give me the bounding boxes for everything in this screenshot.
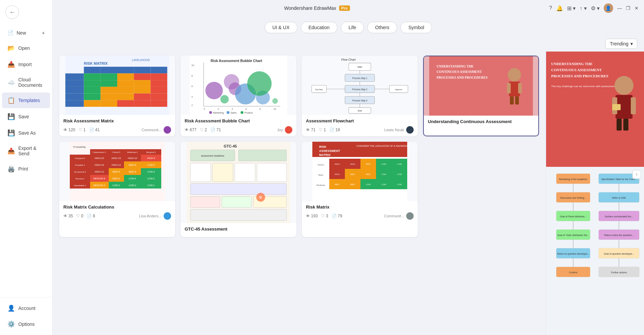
sidebar-item-import[interactable]: 📥 Import (2, 57, 50, 72)
restore-button[interactable]: ❐ (626, 5, 630, 11)
svg-rect-21 (84, 87, 101, 94)
svg-text:HIGH-10: HIGH-10 (128, 157, 137, 159)
svg-rect-30 (134, 94, 150, 100)
filter-others[interactable]: Others (367, 22, 397, 33)
svg-text:HIGH-12: HIGH-12 (95, 171, 104, 173)
sidebar-item-open[interactable]: 📂 Open (2, 40, 50, 56)
svg-text:Further actions: Further actions (611, 271, 627, 274)
svg-text:MED: MED (366, 163, 371, 165)
sidebar-item-options[interactable]: ⚙️ Options (2, 316, 50, 332)
template-card-5[interactable]: Probability Catastrophic-4 Critical-3 Mo… (59, 142, 175, 237)
card-4-image: UNDERSTANDING THE CONTINUOUS ASSESSMENT … (424, 56, 538, 116)
sidebar-item-save[interactable]: 💾 Save (2, 109, 50, 124)
sidebar-item-print[interactable]: 🖨️ Print (2, 161, 50, 177)
right-panel: UNDERSTANDING THE CONTINUOUS ASSESSMENT … (546, 52, 644, 335)
card-1-image: RISK MATRIX LIKELIHOOD (59, 56, 175, 115)
card-7-author: Communit... (384, 212, 414, 220)
svg-text:8: 8 (259, 107, 261, 111)
svg-text:LOW: LOW (381, 163, 386, 165)
svg-text:LOW-3: LOW-3 (147, 171, 155, 173)
svg-text:10: 10 (273, 107, 276, 111)
svg-text:The key challenge can be overc: The key challenge can be overcome with a… (551, 85, 618, 88)
sidebar-item-export[interactable]: 📤 Export & Send (2, 141, 50, 160)
back-button[interactable]: ← (5, 5, 19, 19)
sidebar-item-print-label: Print (18, 166, 28, 172)
template-card-3[interactable]: Flow Chart Start Process Step 1 Process … (302, 56, 418, 136)
svg-text:HIGH-15: HIGH-15 (111, 157, 121, 159)
svg-rect-26 (65, 94, 84, 100)
open-icon: 📂 (7, 44, 15, 52)
sort-dropdown[interactable]: Trending ▾ (605, 39, 637, 49)
sidebar-item-new[interactable]: 📄 New + (2, 26, 50, 40)
svg-point-61 (209, 111, 212, 114)
card-1-views: 👁 120 (63, 127, 75, 132)
svg-text:Surface corroborated the...: Surface corroborated the... (605, 215, 633, 218)
settings-button[interactable]: ⚙ ▾ (591, 5, 600, 12)
svg-rect-95 (507, 83, 511, 94)
svg-rect-11 (117, 74, 134, 80)
svg-text:4: 4 (231, 107, 233, 111)
svg-rect-25 (150, 87, 167, 94)
card-7-meta: 👁 193 ♡ 3 📄 79 Communit... (306, 212, 414, 220)
svg-text:MED-9: MED-9 (112, 171, 120, 173)
svg-text:2: 2 (191, 104, 193, 107)
card-7-title: Risk Matrix (306, 204, 414, 210)
account-icon: 👤 (7, 304, 15, 312)
sidebar-item-templates[interactable]: 📋 Templates (2, 93, 50, 108)
card-2-info: Risk Assessment Bubble Chart 👁 677 ♡ 2 📄… (181, 115, 296, 136)
svg-text:Goal of Panel distribute...: Goal of Panel distribute... (560, 215, 587, 218)
svg-text:Moderate-2: Moderate-2 (127, 151, 138, 153)
template-card-7[interactable]: RISK ASSESSMENT MATRIX CONSIDER THE LIKE… (302, 142, 418, 237)
template-card-1[interactable]: RISK MATRIX LIKELIHOOD (59, 56, 175, 136)
card-3-meta: 👁 71 ♡ 1 📄 19 Lewis Nzuki (306, 126, 414, 134)
sidebar-item-new-label: New (17, 30, 26, 36)
notification-button[interactable]: 🔔 (556, 5, 563, 12)
card-1-info: Risk Assessment Matrix 👁 120 ♡ 1 📄 41 Co… (59, 115, 175, 136)
user-avatar[interactable]: 👤 (604, 3, 613, 13)
new-icon: 📄 (7, 30, 13, 36)
sidebar-item-cloud-label: Cloud Documents (18, 77, 45, 88)
minimize-button[interactable]: — (617, 5, 622, 11)
svg-rect-4 (101, 67, 117, 74)
filter-symbol[interactable]: Symbol (400, 22, 432, 33)
card-7-image: RISK ASSESSMENT MATRIX CONSIDER THE LIKE… (302, 142, 418, 201)
titlebar: Wondershare EdrawMax Pro ? 🔔 ⊞ ▾ ↑ ▾ ⚙ ▾… (53, 0, 644, 16)
card-3-copies: 📄 19 (329, 127, 340, 132)
card-1-meta: 👁 120 ♡ 1 📄 41 Communit... (63, 126, 171, 134)
sidebar-item-cloud[interactable]: ☁️ Cloud Documents (2, 73, 50, 92)
svg-text:LOW-2: LOW-2 (129, 184, 136, 186)
template-card-6[interactable]: GTC-45 Assessment Guidelines (181, 142, 296, 237)
svg-text:HIGH-20: HIGH-20 (95, 157, 104, 159)
svg-text:LOW-4: LOW-4 (129, 177, 136, 180)
card-6-title: GTC-45 Assessment (185, 226, 292, 232)
sidebar-item-templates-label: Templates (18, 98, 40, 103)
help-button[interactable]: ? (549, 5, 552, 11)
svg-text:MATRIX: MATRIX (319, 153, 331, 157)
svg-text:LOW: LOW (381, 173, 386, 175)
filter-life[interactable]: Life (341, 22, 364, 33)
template-card-2[interactable]: Risk Assessment Bubble Chart 10 8 6 4 2 … (181, 56, 296, 136)
svg-text:LOW-3: LOW-3 (112, 184, 120, 186)
sidebar-item-saveas[interactable]: 💾 Save As (2, 125, 50, 141)
card-5-title: Risk Matrix Calculations (63, 204, 171, 210)
close-button[interactable]: ✕ (635, 5, 639, 11)
svg-text:Refer to DSE: Refer to DSE (612, 197, 626, 199)
svg-rect-12 (134, 74, 150, 80)
card-7-views: 👁 193 (306, 214, 318, 218)
filter-uiux[interactable]: UI & UX (265, 22, 297, 33)
svg-rect-164 (190, 163, 211, 182)
svg-text:10: 10 (191, 64, 194, 67)
svg-text:MED: MED (335, 183, 339, 185)
filter-education[interactable]: Education (301, 22, 337, 33)
sidebar-item-account[interactable]: 👤 Account (2, 300, 50, 316)
svg-rect-223 (617, 119, 622, 131)
card-3-author: Lewis Nzuki (384, 126, 414, 134)
apps-button[interactable]: ⊞ ▾ (567, 5, 576, 12)
svg-text:↑: ↑ (636, 172, 638, 177)
upload-button[interactable]: ↑ ▾ (580, 5, 586, 12)
sidebar-back-area: ← (0, 0, 52, 24)
sidebar-item-open-label: Open (18, 45, 30, 51)
svg-rect-6 (134, 67, 150, 74)
svg-text:Sub Step: Sub Step (315, 88, 323, 91)
template-card-4[interactable]: UNDERSTANDING THE CONTINUOUS ASSESSMENT … (423, 56, 539, 136)
